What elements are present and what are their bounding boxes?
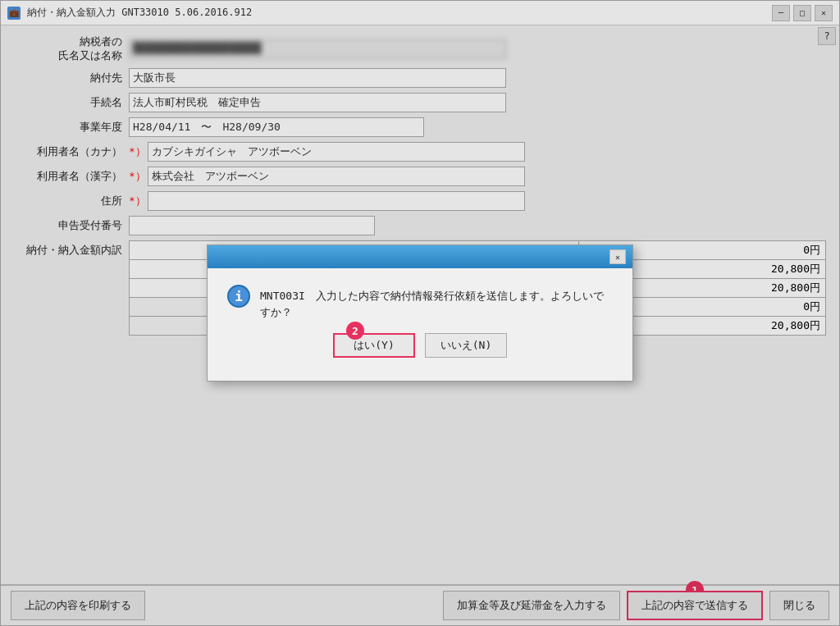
modal-dialog: ✕ i MNT003I 入力した内容で納付情報発行依頼を送信します。よろしいです… xyxy=(207,244,633,382)
modal-overlay: ✕ i MNT003I 入力した内容で納付情報発行依頼を送信します。よろしいです… xyxy=(1,1,839,625)
badge-2: 2 xyxy=(346,322,364,340)
modal-message: MNT003I 入力した内容で納付情報発行依頼を送信します。よろしいですか？ xyxy=(260,285,613,320)
modal-body: i MNT003I 入力した内容で納付情報発行依頼を送信します。よろしいですか？… xyxy=(208,268,632,381)
modal-close-button[interactable]: ✕ xyxy=(609,249,626,264)
modal-titlebar: ✕ xyxy=(208,245,632,268)
modal-no-button[interactable]: いいえ(N) xyxy=(425,333,507,358)
main-window: 💼 納付・納入金額入力 GNT33010 5.06.2016.912 ─ □ ✕… xyxy=(0,0,840,626)
modal-buttons: 2 はい(Y) いいえ(N) xyxy=(227,333,613,364)
modal-yes-button[interactable]: はい(Y) xyxy=(333,333,415,358)
modal-message-row: i MNT003I 入力した内容で納付情報発行依頼を送信します。よろしいですか？ xyxy=(227,285,613,320)
info-icon: i xyxy=(227,285,250,308)
